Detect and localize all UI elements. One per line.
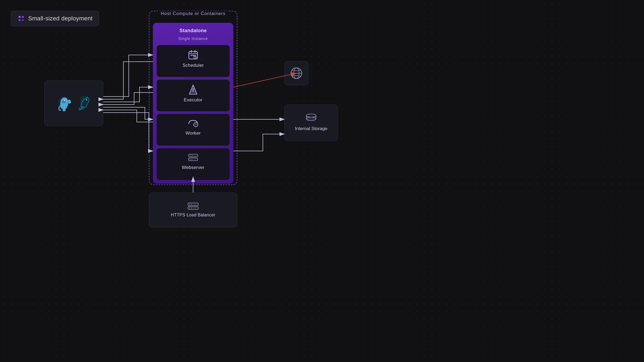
svg-point-7 — [65, 100, 65, 101]
svg-point-5 — [62, 101, 66, 103]
deployment-badge: Small-sized deployment — [11, 11, 99, 26]
svg-point-9 — [87, 99, 87, 100]
scheduler-label: Scheduler — [182, 63, 204, 68]
badge-label: Small-sized deployment — [28, 15, 93, 22]
host-label: Host Compute or Containers — [157, 11, 229, 16]
globe-icon — [290, 67, 303, 80]
executor-icon — [189, 84, 197, 95]
worker-card: Worker — [157, 114, 230, 146]
standalone-sub: Single Instance — [178, 36, 208, 41]
svg-point-45 — [191, 204, 192, 205]
scheduler-icon — [188, 50, 198, 60]
standalone-box: Standalone Single Instance Scheduler Exe… — [153, 23, 233, 184]
webserver-label: Webserver — [182, 165, 205, 170]
badge-icon — [17, 15, 25, 22]
executor-label: Executor — [184, 97, 203, 103]
svg-rect-14 — [190, 55, 192, 56]
storage-icon — [305, 113, 317, 123]
svg-point-44 — [189, 204, 190, 205]
database-box — [44, 80, 103, 126]
lb-icon — [187, 202, 199, 210]
postgres-icon — [55, 94, 73, 113]
webserver-icon — [188, 153, 198, 162]
svg-point-35 — [190, 159, 191, 160]
svg-point-1 — [22, 16, 24, 18]
worker-label: Worker — [186, 131, 201, 136]
svg-point-25 — [195, 124, 197, 125]
mysql-icon — [78, 94, 92, 113]
svg-point-31 — [190, 155, 191, 156]
svg-point-36 — [192, 159, 193, 160]
lb-label: HTTPS Load Balancer — [171, 213, 215, 217]
storage-label: Internal Storage — [295, 126, 327, 132]
globe-box — [284, 61, 308, 85]
svg-point-38 — [306, 114, 316, 117]
svg-rect-15 — [192, 55, 194, 56]
executor-card: Executor — [157, 80, 230, 111]
scheduler-card: Scheduler — [157, 45, 230, 77]
svg-point-2 — [19, 19, 21, 21]
standalone-label: Standalone — [179, 28, 207, 34]
svg-point-49 — [191, 208, 192, 209]
worker-icon — [188, 119, 198, 128]
svg-point-3 — [22, 19, 24, 21]
svg-point-32 — [192, 155, 193, 156]
lb-box: HTTPS Load Balancer — [149, 193, 237, 227]
internal-storage-box: Internal Storage — [284, 105, 338, 141]
svg-point-0 — [19, 16, 21, 18]
arrows-overlay — [0, 0, 644, 362]
webserver-card: Webserver — [157, 148, 230, 180]
svg-point-48 — [189, 208, 190, 209]
